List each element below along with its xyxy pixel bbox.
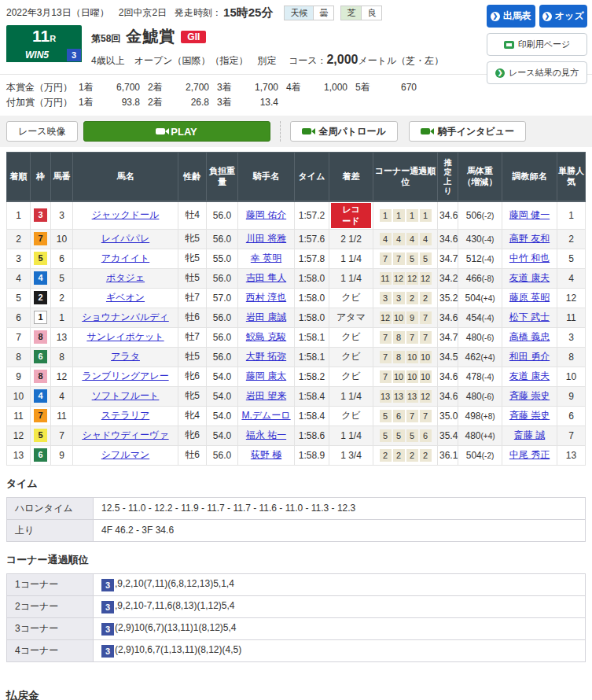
corner-positions-cell: 781010 <box>373 347 438 367</box>
horse-link[interactable]: ポタジェ <box>106 272 145 283</box>
bodyweight-cell: 480(+4) <box>458 426 502 445</box>
jockey-link[interactable]: 藤岡 佑介 <box>246 209 286 220</box>
frame-badge: 4 <box>34 271 47 285</box>
horse-link[interactable]: ランブリングアレー <box>82 370 168 381</box>
jockey-cell: 藤岡 佑介 <box>238 201 295 230</box>
laps-table: ハロンタイム 12.5 - 11.0 - 12.2 - 11.9 - 11.7 … <box>6 497 586 542</box>
bodyweight-cell: 480(-6) <box>458 386 502 406</box>
jockey-cell: 大野 拓弥 <box>238 347 295 367</box>
trainer-link[interactable]: 友道 康夫 <box>509 370 550 381</box>
horse-link[interactable]: アラタ <box>111 351 140 362</box>
trainer-link[interactable]: 高野 友和 <box>509 233 550 244</box>
frame-badge: 4 <box>34 389 47 403</box>
popularity-cell: 11 <box>557 308 586 327</box>
table-row: 9 8 12 ランブリングアレー 牝6 54.0 藤岡 康太 1:58.2 クビ… <box>7 367 586 386</box>
horse-link[interactable]: ソフトフルート <box>92 390 160 401</box>
play-button[interactable]: PLAY <box>83 121 270 142</box>
sexage-cell: 牝6 <box>178 367 207 386</box>
agari-cell: 34.7 <box>438 327 458 347</box>
trainer-link[interactable]: 高橋 義忠 <box>509 331 550 342</box>
video-bar: レース映像 PLAY 全周パトロール 騎手インタビュー <box>0 116 592 147</box>
trainer-link[interactable]: 中竹 和也 <box>509 252 550 263</box>
jockey-link[interactable]: 幸 英明 <box>251 252 281 263</box>
odds-button[interactable]: ❯オッズ <box>539 5 588 28</box>
bodyweight-cell: 506(-2) <box>458 201 502 230</box>
agari-cell: 34.2 <box>438 268 458 288</box>
jockey-link[interactable]: 吉田 隼人 <box>246 272 286 283</box>
horse-link[interactable]: ショウナンバルディ <box>82 311 169 322</box>
sexage-cell: 牝5 <box>178 229 207 249</box>
horse-number-cell: 1 <box>51 308 73 327</box>
jockey-link[interactable]: 鮫島 克駿 <box>246 331 286 342</box>
trainer-link[interactable]: 松下 武士 <box>509 311 550 322</box>
place-cell: 13 <box>7 445 31 465</box>
horse-link[interactable]: シャドウディーヴァ <box>82 429 168 440</box>
agari-cell: 34.6 <box>438 201 458 230</box>
jockey-cell: 鮫島 克駿 <box>238 327 295 347</box>
course-label: コース： <box>289 55 327 66</box>
frame-badge: 1 <box>34 311 47 324</box>
print-page-button[interactable]: 印刷用ページ <box>487 33 587 56</box>
horse-link[interactable]: アカイイト <box>101 252 149 263</box>
race-number-block: 11R WIN5 3 <box>6 25 82 68</box>
trainer-cell: 中尾 秀正 <box>502 445 557 465</box>
horse-link[interactable]: ステラリア <box>101 410 149 421</box>
horse-link[interactable]: ジャックドール <box>92 209 160 220</box>
time-cell: 1:57.6 <box>295 229 329 249</box>
patrol-video-button[interactable]: 全周パトロール <box>290 121 398 142</box>
trainer-link[interactable]: 斉藤 崇史 <box>509 390 550 401</box>
agari-cell: 36.1 <box>438 445 458 465</box>
jockey-interview-button[interactable]: 騎手インタビュー <box>409 121 526 142</box>
jockey-cell: 川田 将雅 <box>238 229 295 249</box>
prize-pair: 5着670 <box>355 80 425 95</box>
race-video-button[interactable]: レース映像 <box>6 121 78 142</box>
corner-row-label: 3コーナー <box>7 617 94 639</box>
table-row: 12 5 7 シャドウディーヴァ 牝6 54.0 福永 祐一 1:58.6 1 … <box>7 426 586 445</box>
horse-link[interactable]: シフルマン <box>101 449 149 460</box>
jockey-link[interactable]: 川田 将雅 <box>246 233 286 244</box>
jockey-link[interactable]: 藤岡 康太 <box>246 370 286 381</box>
horse-name-cell: ジャックドール <box>73 201 178 230</box>
frame-cell: 8 <box>31 327 51 347</box>
trainer-link[interactable]: 斎藤 誠 <box>514 429 545 440</box>
place-cell: 10 <box>7 386 31 406</box>
trainer-link[interactable]: 中尾 秀正 <box>509 449 550 460</box>
frame-badge: 6 <box>34 350 47 363</box>
horse-link[interactable]: ギベオン <box>106 292 145 303</box>
time-cell: 1:57.2 <box>295 201 329 230</box>
time-cell: 1:58.6 <box>295 426 329 445</box>
frame-cell: 5 <box>31 249 51 268</box>
horse-number-cell: 10 <box>51 229 73 249</box>
trainer-link[interactable]: 友道 康夫 <box>509 272 550 283</box>
jockey-link[interactable]: 岩田 望来 <box>246 390 286 401</box>
trainer-link[interactable]: 藤岡 健一 <box>509 209 550 220</box>
horse-link[interactable]: サンレイポケット <box>86 331 164 342</box>
popularity-cell: 3 <box>557 327 586 347</box>
frame-badge: 5 <box>34 252 47 265</box>
entry-table-button[interactable]: ❯出馬表 <box>487 5 535 28</box>
bodyweight-cell: 454(-4) <box>458 308 502 327</box>
result-guide-button[interactable]: ❯レース結果の見方 <box>487 61 587 84</box>
popularity-cell: 8 <box>557 347 586 367</box>
trainer-cell: 斉藤 崇史 <box>502 406 557 426</box>
trainer-link[interactable]: 藤原 英昭 <box>509 292 550 303</box>
video-camera-icon <box>302 128 311 134</box>
horse-link[interactable]: レイパパレ <box>101 233 149 244</box>
trainer-link[interactable]: 和田 勇介 <box>509 351 550 362</box>
horse-number-cell: 11 <box>51 406 73 426</box>
margin-cell: 1 1/4 <box>329 249 373 268</box>
trainer-link[interactable]: 斉藤 崇史 <box>509 410 550 421</box>
results-table: 着順 枠 馬番 馬名 性齢 負担重量 騎手名 タイム 着差 コーナー通過順位 推… <box>6 152 586 466</box>
jockey-cell: 岩田 康誠 <box>238 308 295 327</box>
corner-row: 1コーナー 3,9,2,10(7,11)(6,8,12,13)5,1,4 <box>7 573 586 595</box>
jockey-link[interactable]: 福永 祐一 <box>246 429 286 440</box>
horse-name-cell: ソフトフルート <box>73 386 178 406</box>
laps-row-value: 4F 46.2 - 3F 34.6 <box>94 519 586 541</box>
jockey-link[interactable]: 岩田 康誠 <box>246 311 286 322</box>
odds-label: オッズ <box>555 9 584 23</box>
column-header-frame: 枠 <box>31 153 51 201</box>
jockey-link[interactable]: 西村 淳也 <box>246 292 286 303</box>
jockey-link[interactable]: 大野 拓弥 <box>246 351 286 362</box>
jockey-link[interactable]: 荻野 極 <box>251 449 281 460</box>
jockey-link[interactable]: M.デムーロ <box>241 410 290 421</box>
